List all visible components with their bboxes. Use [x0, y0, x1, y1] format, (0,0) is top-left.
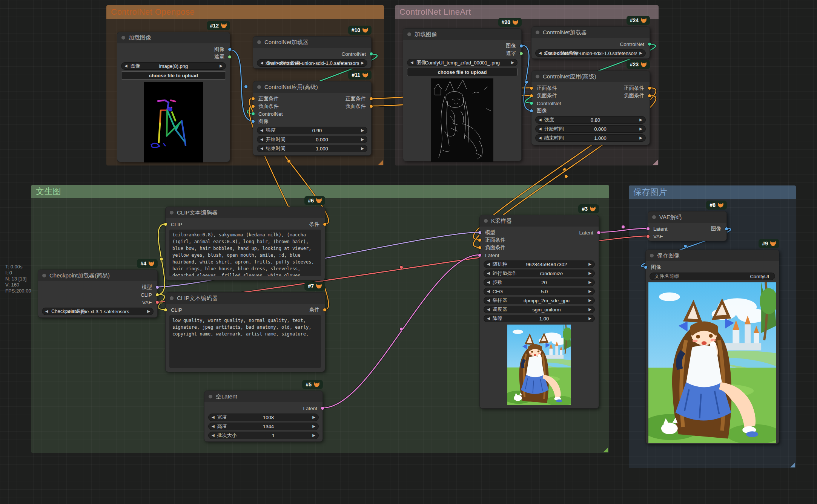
- combo-widget-图像[interactable]: ◀图像image(8).png▶: [121, 62, 226, 70]
- graph-canvas[interactable]: T: 0.00s I: 0 N: 13 [13] V: 160 FPS:200.…: [0, 0, 817, 504]
- decrement-arrow-icon[interactable]: ◀: [539, 127, 542, 131]
- number-widget-随机种[interactable]: ◀随机种962844594847302▶: [484, 260, 595, 268]
- node-ControlNet加载器[interactable]: ControlNet加载器ControlNet◀ControlNet名称xins…: [531, 26, 650, 59]
- node-保存图像[interactable]: 保存图像图像文件名前缀ComfyUI: [645, 250, 779, 444]
- output-port-负面条件[interactable]: [369, 104, 373, 108]
- output-port-ControlNet[interactable]: [369, 52, 373, 56]
- output-port-正面条件[interactable]: [369, 97, 373, 101]
- output-port-ControlNet[interactable]: [648, 42, 651, 46]
- node-title-bar[interactable]: K采样器: [480, 215, 599, 227]
- output-port-条件[interactable]: [323, 308, 327, 312]
- decrement-arrow-icon[interactable]: ◀: [487, 308, 490, 311]
- number-widget-结束时间[interactable]: ◀结束时间1.000▶: [535, 134, 646, 142]
- increment-arrow-icon[interactable]: ▶: [312, 415, 315, 419]
- input-port-正面条件[interactable]: [530, 86, 533, 90]
- decrement-arrow-icon[interactable]: ◀: [212, 415, 215, 419]
- output-port-图像[interactable]: [725, 227, 728, 231]
- decrement-arrow-icon[interactable]: ◀: [487, 262, 490, 266]
- group-title-bar[interactable]: ControlNet Openpose: [106, 5, 384, 19]
- input-port-VAE[interactable]: [646, 234, 650, 238]
- input-port-图像[interactable]: [530, 109, 533, 113]
- node-ControlNet应用(高级)[interactable]: ControlNet应用(高级)正面条件正面条件负面条件负面条件ControlN…: [531, 70, 650, 145]
- input-port-CLIP[interactable]: [164, 308, 167, 312]
- node-ControlNet应用(高级)[interactable]: ControlNet应用(高级)正面条件正面条件负面条件负面条件ControlN…: [253, 81, 372, 156]
- decrement-arrow-icon[interactable]: ◀: [260, 147, 263, 150]
- increment-arrow-icon[interactable]: ▶: [639, 127, 642, 131]
- increment-arrow-icon[interactable]: ▶: [588, 280, 591, 284]
- increment-arrow-icon[interactable]: ▶: [639, 136, 642, 140]
- increment-arrow-icon[interactable]: ▶: [588, 317, 591, 320]
- input-port-图像[interactable]: [644, 265, 648, 269]
- node-title-bar[interactable]: 保存图像: [646, 250, 779, 261]
- increment-arrow-icon[interactable]: ▶: [361, 138, 364, 141]
- number-widget-降噪[interactable]: ◀降噪1.00▶: [484, 315, 595, 322]
- group-title-bar[interactable]: 保存图片: [629, 185, 796, 199]
- decrement-arrow-icon[interactable]: ◀: [212, 424, 215, 428]
- decrement-arrow-icon[interactable]: ◀: [487, 280, 490, 284]
- output-port-模型[interactable]: [155, 285, 159, 289]
- decrement-arrow-icon[interactable]: ◀: [487, 299, 490, 302]
- node-title-bar[interactable]: Checkpoint加载器(简易): [38, 270, 157, 281]
- prev-arrow-icon[interactable]: ◀: [124, 64, 127, 68]
- node-空Latent[interactable]: 空LatentLatent◀宽度1008▶◀高度1344▶◀批次大小1▶: [204, 391, 323, 442]
- number-widget-结束时间[interactable]: ◀结束时间1.000▶: [257, 145, 367, 152]
- output-port-图像[interactable]: [519, 44, 523, 48]
- node-title-bar[interactable]: CLIP文本编码器: [166, 207, 325, 218]
- input-port-正面条件[interactable]: [251, 97, 255, 101]
- node-VAE解码[interactable]: VAE解码Latent图像VAE: [648, 211, 727, 241]
- output-port-条件[interactable]: [323, 222, 327, 226]
- input-port-负面条件[interactable]: [478, 246, 482, 250]
- number-widget-强度[interactable]: ◀强度0.90▶: [257, 127, 367, 134]
- increment-arrow-icon[interactable]: ▶: [588, 290, 591, 293]
- upload-button[interactable]: choose file to upload: [407, 68, 518, 76]
- next-arrow-icon[interactable]: ▶: [639, 51, 642, 55]
- input-port-负面条件[interactable]: [530, 94, 533, 98]
- output-port-Latent[interactable]: [321, 406, 324, 410]
- input-port-负面条件[interactable]: [251, 104, 255, 108]
- output-port-图像[interactable]: [228, 47, 232, 51]
- combo-widget-Checkpoint名称[interactable]: ◀Checkpoint名称animagine-xl-3.1.safetensor…: [42, 308, 154, 315]
- node-ControlNet加载器[interactable]: ControlNet加载器ControlNet◀ControlNet名称xins…: [253, 36, 372, 69]
- node-title-bar[interactable]: ControlNet应用(高级): [253, 81, 371, 93]
- number-widget-调度器[interactable]: ◀调度器sgm_uniform▶: [484, 306, 595, 313]
- decrement-arrow-icon[interactable]: ◀: [260, 138, 263, 141]
- increment-arrow-icon[interactable]: ▶: [588, 299, 591, 302]
- number-widget-开始时间[interactable]: ◀开始时间0.000▶: [257, 136, 367, 143]
- combo-widget-ControlNet名称[interactable]: ◀ControlNet名称xinsir-controlnet-union-sdx…: [535, 49, 646, 57]
- number-widget-步数[interactable]: ◀步数20▶: [484, 279, 595, 286]
- output-port-正面条件[interactable]: [648, 86, 651, 90]
- next-arrow-icon[interactable]: ▶: [147, 309, 150, 313]
- increment-arrow-icon[interactable]: ▶: [588, 262, 591, 266]
- increment-arrow-icon[interactable]: ▶: [361, 147, 364, 150]
- input-port-CLIP[interactable]: [164, 222, 167, 226]
- prev-arrow-icon[interactable]: ◀: [260, 61, 263, 65]
- input-port-图像[interactable]: [251, 119, 255, 123]
- decrement-arrow-icon[interactable]: ◀: [260, 129, 263, 132]
- combo-widget-ControlNet名称[interactable]: ◀ControlNet名称xinsir-controlnet-union-sdx…: [257, 59, 367, 67]
- node-CLIP文本编码器[interactable]: CLIP文本编码器CLIP条件low quality, worst qualit…: [165, 292, 325, 372]
- prompt-textarea[interactable]: low quality, worst quality, normal quali…: [169, 315, 321, 368]
- increment-arrow-icon[interactable]: ▶: [312, 424, 315, 428]
- number-widget-高度[interactable]: ◀高度1344▶: [208, 423, 319, 430]
- node-title-bar[interactable]: ControlNet加载器: [253, 37, 371, 48]
- input-port-正面条件[interactable]: [478, 238, 482, 242]
- increment-arrow-icon[interactable]: ▶: [312, 434, 315, 437]
- next-arrow-icon[interactable]: ▶: [361, 61, 364, 65]
- input-port-Latent[interactable]: [478, 253, 482, 257]
- node-title-bar[interactable]: ControlNet加载器: [531, 27, 650, 38]
- input-port-模型[interactable]: [478, 231, 482, 234]
- increment-arrow-icon[interactable]: ▶: [588, 308, 591, 311]
- output-port-CLIP[interactable]: [155, 293, 159, 297]
- node-加载图像[interactable]: 加载图像图像遮罩◀图像image(8).png▶choose file to u…: [117, 32, 230, 162]
- node-title-bar[interactable]: VAE解码: [648, 211, 726, 223]
- number-widget-宽度[interactable]: ◀宽度1008▶: [208, 414, 319, 421]
- prev-arrow-icon[interactable]: ◀: [539, 51, 542, 55]
- node-CLIP文本编码器[interactable]: CLIP文本编码器CLIP条件(ciloranko:0.8), sakyumam…: [165, 207, 325, 280]
- decrement-arrow-icon[interactable]: ◀: [212, 434, 215, 437]
- increment-arrow-icon[interactable]: ▶: [361, 129, 364, 132]
- group-resize-handle[interactable]: [653, 160, 658, 165]
- combo-widget-图像[interactable]: ◀图像ComfyUI_temp_zrfad_00001_.png▶: [407, 59, 518, 66]
- group-title-bar[interactable]: ControlNet LineArt: [395, 5, 659, 19]
- decrement-arrow-icon[interactable]: ◀: [487, 317, 490, 320]
- node-K采样器[interactable]: K采样器模型Latent正面条件负面条件Latent◀随机种9628445948…: [479, 215, 599, 409]
